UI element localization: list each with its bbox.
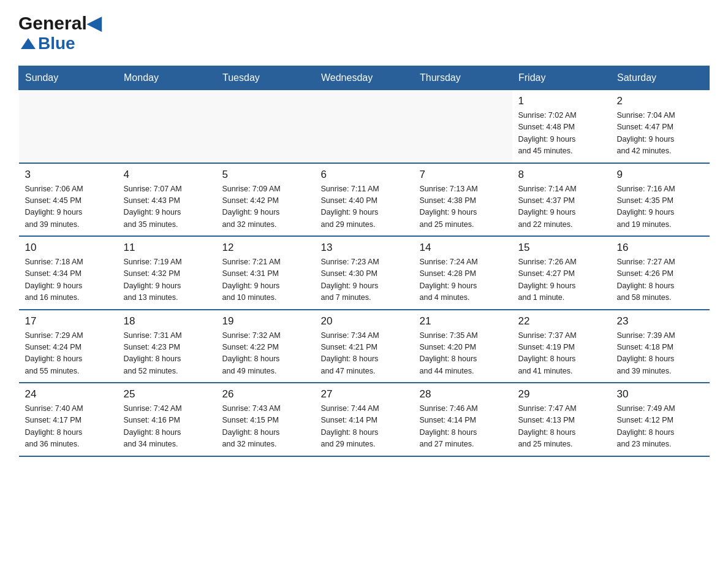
calendar-cell: 7Sunrise: 7:13 AMSunset: 4:38 PMDaylight… [414,163,512,237]
header-thursday: Thursday [414,66,512,90]
calendar-cell: 24Sunrise: 7:40 AMSunset: 4:17 PMDayligh… [19,383,118,456]
calendar-cell: 16Sunrise: 7:27 AMSunset: 4:26 PMDayligh… [611,236,710,310]
calendar-cell: 11Sunrise: 7:19 AMSunset: 4:32 PMDayligh… [118,236,216,310]
day-info: Sunrise: 7:21 AMSunset: 4:31 PMDaylight:… [222,256,309,304]
calendar-cell: 5Sunrise: 7:09 AMSunset: 4:42 PMDaylight… [216,163,315,237]
calendar-cell: 28Sunrise: 7:46 AMSunset: 4:14 PMDayligh… [414,383,512,456]
calendar-cell: 19Sunrise: 7:32 AMSunset: 4:22 PMDayligh… [216,310,315,383]
day-info: Sunrise: 7:34 AMSunset: 4:21 PMDaylight:… [321,330,408,378]
day-info: Sunrise: 7:13 AMSunset: 4:38 PMDaylight:… [420,183,506,231]
calendar-cell [19,90,118,163]
logo: General◀ Blue [18,12,101,53]
day-info: Sunrise: 7:42 AMSunset: 4:16 PMDaylight:… [124,403,210,451]
day-number: 27 [321,388,408,400]
logo-blue-label: Blue [38,34,75,53]
calendar-cell: 29Sunrise: 7:47 AMSunset: 4:13 PMDayligh… [512,383,611,456]
day-info: Sunrise: 7:32 AMSunset: 4:22 PMDaylight:… [222,330,309,378]
calendar-cell: 1Sunrise: 7:02 AMSunset: 4:48 PMDaylight… [512,90,611,163]
calendar-cell: 25Sunrise: 7:42 AMSunset: 4:16 PMDayligh… [118,383,216,456]
header-tuesday: Tuesday [216,66,315,90]
day-info: Sunrise: 7:40 AMSunset: 4:17 PMDaylight:… [25,403,112,451]
day-number: 7 [420,169,506,181]
day-info: Sunrise: 7:11 AMSunset: 4:40 PMDaylight:… [321,183,408,231]
day-number: 20 [321,315,408,327]
day-info: Sunrise: 7:02 AMSunset: 4:48 PMDaylight:… [518,110,605,158]
day-number: 21 [420,315,506,327]
calendar-cell: 22Sunrise: 7:37 AMSunset: 4:19 PMDayligh… [512,310,611,383]
day-number: 13 [321,242,408,254]
day-number: 2 [617,95,703,107]
day-info: Sunrise: 7:46 AMSunset: 4:14 PMDaylight:… [420,403,506,451]
calendar-cell [315,90,414,163]
calendar-cell: 6Sunrise: 7:11 AMSunset: 4:40 PMDaylight… [315,163,414,237]
calendar-cell [414,90,512,163]
calendar-week-row: 1Sunrise: 7:02 AMSunset: 4:48 PMDaylight… [19,90,710,163]
calendar-cell: 23Sunrise: 7:39 AMSunset: 4:18 PMDayligh… [611,310,710,383]
day-number: 14 [420,242,506,254]
calendar-cell: 26Sunrise: 7:43 AMSunset: 4:15 PMDayligh… [216,383,315,456]
calendar-cell: 2Sunrise: 7:04 AMSunset: 4:47 PMDaylight… [611,90,710,163]
calendar-cell: 4Sunrise: 7:07 AMSunset: 4:43 PMDaylight… [118,163,216,237]
logo-blue-text: ◀ [87,13,101,33]
day-info: Sunrise: 7:27 AMSunset: 4:26 PMDaylight:… [617,256,703,304]
calendar-cell: 30Sunrise: 7:49 AMSunset: 4:12 PMDayligh… [611,383,710,456]
calendar-cell: 21Sunrise: 7:35 AMSunset: 4:20 PMDayligh… [414,310,512,383]
day-number: 17 [25,315,112,327]
day-info: Sunrise: 7:09 AMSunset: 4:42 PMDaylight:… [222,183,309,231]
day-info: Sunrise: 7:04 AMSunset: 4:47 PMDaylight:… [617,110,703,158]
day-info: Sunrise: 7:19 AMSunset: 4:32 PMDaylight:… [124,256,210,304]
day-number: 23 [617,315,703,327]
calendar-cell: 13Sunrise: 7:23 AMSunset: 4:30 PMDayligh… [315,236,414,310]
day-number: 28 [420,388,506,400]
logo-text: General◀ [18,12,101,34]
day-number: 16 [617,242,703,254]
day-info: Sunrise: 7:31 AMSunset: 4:23 PMDaylight:… [124,330,210,378]
day-number: 5 [222,169,309,181]
calendar-cell: 9Sunrise: 7:16 AMSunset: 4:35 PMDaylight… [611,163,710,237]
calendar-cell: 14Sunrise: 7:24 AMSunset: 4:28 PMDayligh… [414,236,512,310]
calendar-cell [216,90,315,163]
day-number: 26 [222,388,309,400]
day-info: Sunrise: 7:18 AMSunset: 4:34 PMDaylight:… [25,256,112,304]
header-friday: Friday [512,66,611,90]
calendar-week-row: 3Sunrise: 7:06 AMSunset: 4:45 PMDaylight… [19,163,710,237]
header-saturday: Saturday [611,66,710,90]
day-number: 24 [25,388,112,400]
day-number: 18 [124,315,210,327]
day-number: 25 [124,388,210,400]
day-number: 22 [518,315,605,327]
calendar-cell: 27Sunrise: 7:44 AMSunset: 4:14 PMDayligh… [315,383,414,456]
day-number: 10 [25,242,112,254]
calendar-cell: 3Sunrise: 7:06 AMSunset: 4:45 PMDaylight… [19,163,118,237]
day-info: Sunrise: 7:43 AMSunset: 4:15 PMDaylight:… [222,403,309,451]
calendar-week-row: 17Sunrise: 7:29 AMSunset: 4:24 PMDayligh… [19,310,710,383]
day-number: 1 [518,95,605,107]
calendar-cell: 15Sunrise: 7:26 AMSunset: 4:27 PMDayligh… [512,236,611,310]
day-info: Sunrise: 7:35 AMSunset: 4:20 PMDaylight:… [420,330,506,378]
day-number: 12 [222,242,309,254]
header-wednesday: Wednesday [315,66,414,90]
calendar-cell: 12Sunrise: 7:21 AMSunset: 4:31 PMDayligh… [216,236,315,310]
calendar-week-row: 24Sunrise: 7:40 AMSunset: 4:17 PMDayligh… [19,383,710,456]
day-info: Sunrise: 7:29 AMSunset: 4:24 PMDaylight:… [25,330,112,378]
day-number: 30 [617,388,703,400]
day-info: Sunrise: 7:23 AMSunset: 4:30 PMDaylight:… [321,256,408,304]
calendar-cell: 17Sunrise: 7:29 AMSunset: 4:24 PMDayligh… [19,310,118,383]
day-info: Sunrise: 7:49 AMSunset: 4:12 PMDaylight:… [617,403,703,451]
day-number: 19 [222,315,309,327]
calendar-table: Sunday Monday Tuesday Wednesday Thursday… [18,66,710,457]
header-sunday: Sunday [19,66,118,90]
day-number: 9 [617,169,703,181]
day-info: Sunrise: 7:44 AMSunset: 4:14 PMDaylight:… [321,403,408,451]
weekday-header-row: Sunday Monday Tuesday Wednesday Thursday… [19,66,710,90]
day-number: 3 [25,169,112,181]
day-info: Sunrise: 7:26 AMSunset: 4:27 PMDaylight:… [518,256,605,304]
day-info: Sunrise: 7:06 AMSunset: 4:45 PMDaylight:… [25,183,112,231]
calendar-cell: 20Sunrise: 7:34 AMSunset: 4:21 PMDayligh… [315,310,414,383]
header-monday: Monday [118,66,216,90]
calendar-cell [118,90,216,163]
calendar-cell: 8Sunrise: 7:14 AMSunset: 4:37 PMDaylight… [512,163,611,237]
day-info: Sunrise: 7:37 AMSunset: 4:19 PMDaylight:… [518,330,605,378]
day-number: 4 [124,169,210,181]
day-number: 15 [518,242,605,254]
